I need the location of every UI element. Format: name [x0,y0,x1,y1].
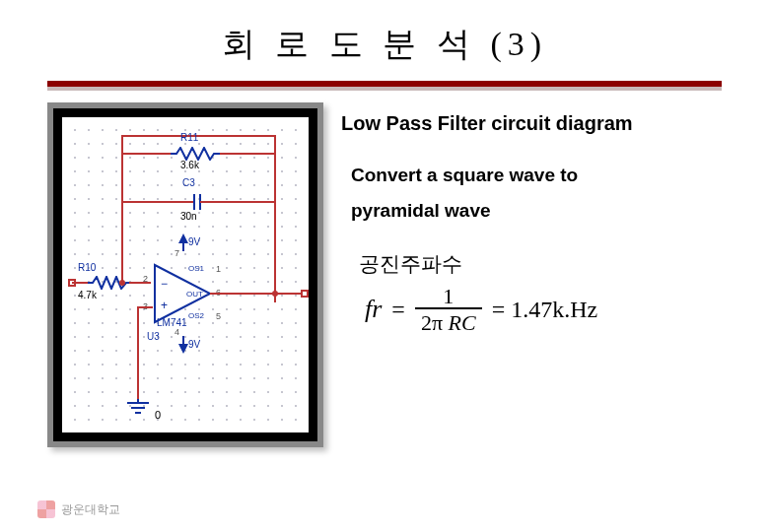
label-R11-val: 3.6k [180,161,199,170]
svg-marker-8 [178,336,188,354]
label-os1: OS1 [188,265,204,273]
formula-result: = 1.47k.Hz [492,297,598,323]
title-rule [0,81,769,91]
footer-logo: 광운대학교 [37,500,120,518]
right-column: Low Pass Filter circuit diagram Convert … [341,102,730,447]
label-R10-ref: R10 [78,263,96,273]
wire [274,135,276,302]
wire [137,306,139,401]
pin-1: 1 [216,265,221,274]
ground-icon [125,399,151,421]
wire [210,293,275,295]
description-line2: pyramidal wave [351,200,491,221]
label-R11-ref: R11 [180,133,198,143]
label-R10-val: 4.7k [78,291,97,300]
resistor-R11 [171,147,220,157]
label-out: OUT [186,291,203,299]
schematic-frame: R11 3.6k C3 30n R10 4.7k [47,102,323,447]
label-vneg: 9V [188,340,200,350]
label-os2: OS2 [188,312,204,320]
page-title: 회 로 도 분 석 (3) [0,0,769,81]
formula-numerator: 1 [437,285,459,307]
svg-marker-7 [178,233,188,251]
denom-rc: RC [449,310,476,335]
diagram-heading: Low Pass Filter circuit diagram [341,110,730,136]
wire [121,135,123,283]
label-LM741: LM741 [157,318,187,328]
formula-denominator: 2π RC [415,307,482,334]
svg-text:−: − [161,277,168,291]
content-row: R11 3.6k C3 30n R10 4.7k [0,91,769,447]
svg-text:+: + [161,299,168,312]
arrow-vpos-icon [178,233,188,251]
arrow-vneg-icon [178,336,188,354]
wire [137,306,153,308]
description-line1: Convert a square wave to [351,165,578,185]
formula: fr = 1 2π RC = 1.47k.Hz [365,285,730,334]
label-C3-ref: C3 [182,178,195,188]
schematic-canvas: R11 3.6k C3 30n R10 4.7k [59,114,312,435]
wire [121,201,184,203]
pin-2: 2 [143,275,148,284]
wire [275,293,303,295]
label-C3-val: 30n [180,212,197,222]
pin-5: 5 [216,312,221,321]
label-vpos: 9V [188,237,200,247]
denom-pi: π [432,310,443,335]
terminal-out [301,290,309,298]
node [119,280,125,286]
label-ground-zero: 0 [155,409,161,421]
formula-fraction: 1 2π RC [415,285,482,334]
footer-text: 광운대학교 [61,501,120,518]
wire [220,153,275,155]
denom-2: 2 [421,310,432,335]
equals-sign: = [391,297,405,323]
wire [121,153,171,155]
resonance-label: 공진주파수 [359,254,730,275]
formula-lhs: fr [365,295,382,324]
logo-icon [37,500,55,518]
label-U3: U3 [147,332,160,342]
description: Convert a square wave to pyramidal wave [351,158,730,229]
wire [214,201,275,203]
